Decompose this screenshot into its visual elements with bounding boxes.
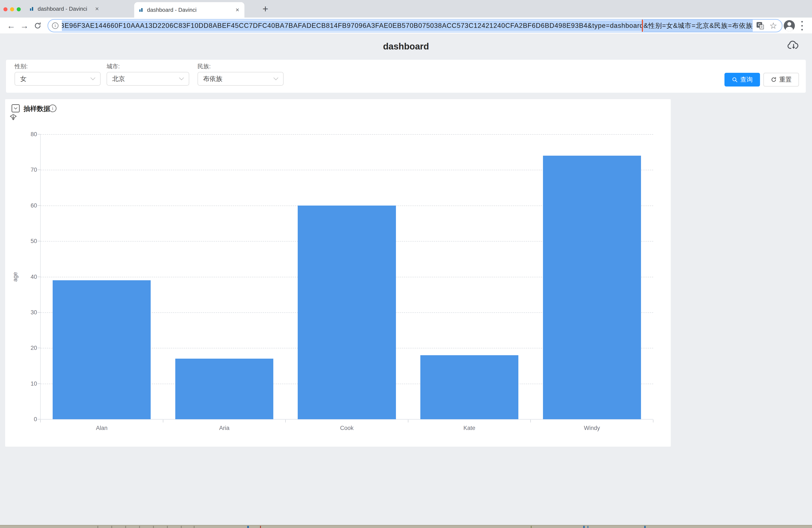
bar[interactable]: [298, 205, 396, 419]
reload-icon[interactable]: [32, 17, 44, 34]
filter-label: 城市:: [106, 62, 120, 70]
browser-tab-active[interactable]: dashboard - Davinci ×: [134, 2, 244, 17]
tab-close-icon[interactable]: ×: [94, 5, 100, 12]
y-tick-mark: [38, 348, 41, 348]
browser-tab-inactive[interactable]: dashboard - Davinci ×: [27, 0, 102, 17]
tab-title: dashboard - Davinci: [38, 5, 87, 12]
reload-icon: [771, 77, 777, 83]
widget-type-icon[interactable]: [12, 104, 20, 112]
tab-close-icon[interactable]: ×: [235, 6, 240, 13]
x-category-label: Kate: [463, 425, 475, 431]
bar[interactable]: [175, 359, 273, 419]
gridline: [41, 134, 653, 135]
x-tick-mark: [408, 420, 408, 423]
filter-label: 民族:: [198, 62, 211, 70]
y-tick-mark: [38, 205, 41, 206]
y-tick-mark: [38, 419, 41, 419]
profile-avatar[interactable]: [784, 20, 795, 31]
y-axis-title: age: [12, 272, 19, 282]
y-tick-label: 60: [31, 202, 37, 209]
back-icon[interactable]: ←: [5, 17, 17, 34]
y-tick-label: 80: [31, 131, 37, 138]
chevron-down-icon: [90, 77, 96, 80]
x-category-label: Alan: [96, 425, 107, 431]
x-category-label: Cook: [340, 425, 353, 431]
y-tick-mark: [38, 277, 41, 277]
background-window-edge: [0, 525, 812, 528]
x-category-label: Aria: [219, 425, 229, 431]
dashboard-page: dashboard 性别: 女 城市: 北京 民族: 布依族: [0, 34, 812, 525]
reset-button[interactable]: 重置: [764, 73, 799, 86]
widget-title: 抽样数据: [24, 104, 50, 113]
filter-label: 性别:: [15, 62, 28, 70]
y-tick-label: 40: [31, 273, 37, 280]
y-tick-label: 50: [31, 238, 37, 244]
y-tick-mark: [38, 384, 41, 384]
browser-menu-icon[interactable]: [801, 21, 803, 30]
davinci-favicon-icon: [29, 6, 34, 11]
x-tick-mark: [653, 420, 653, 423]
chevron-down-icon: [179, 77, 184, 80]
browser-tab-strip: dashboard - Davinci × dashboard - Davinc…: [0, 0, 812, 17]
browser-toolbar: ← → i )31C605B7C115040027BFD4101411BBE96…: [0, 17, 812, 34]
y-tick-mark: [38, 170, 41, 170]
y-tick-mark: [38, 134, 41, 134]
tab-title: dashboard - Davinci: [147, 6, 197, 13]
annotation-highlight-box: [642, 20, 753, 32]
x-tick-mark: [40, 420, 41, 423]
selected-value: 布依族: [203, 74, 222, 83]
drill-down-icon[interactable]: [10, 113, 17, 121]
chevron-down-icon: [273, 77, 278, 80]
bar[interactable]: [420, 355, 518, 419]
selected-value: 女: [20, 74, 27, 83]
query-button[interactable]: 查询: [724, 73, 760, 86]
x-tick-mark: [163, 420, 163, 423]
bar[interactable]: [53, 280, 151, 419]
page-info-icon[interactable]: i: [52, 23, 58, 29]
davinci-favicon-icon: [139, 7, 144, 12]
info-icon[interactable]: i: [49, 104, 57, 112]
y-tick-label: 30: [31, 309, 37, 316]
forward-icon[interactable]: →: [18, 17, 30, 34]
y-tick-mark: [38, 241, 41, 241]
y-tick-label: 10: [31, 380, 37, 387]
x-tick-mark: [530, 420, 531, 423]
url-main-text: )31C605B7C115040027BFD4101411BBE96F3AE14…: [62, 20, 643, 31]
window-close-button[interactable]: [3, 7, 8, 11]
page-title: dashboard: [0, 41, 812, 52]
chart-widget-card: 抽样数据 i age 01020304050607080AlanAriaCook…: [5, 99, 671, 447]
url-query-params-text: &性别=女&城市=北京&民族=布依族: [643, 20, 753, 32]
y-tick-label: 20: [31, 345, 37, 351]
url-address-bar[interactable]: i )31C605B7C115040027BFD4101411BBE96F3AE…: [47, 19, 782, 32]
x-category-label: Windy: [584, 425, 600, 431]
search-icon: [732, 77, 738, 83]
ethnicity-select[interactable]: 布依族: [198, 72, 284, 86]
selected-value: 北京: [112, 74, 125, 83]
plot-area: age 01020304050607080AlanAriaCookKateWin…: [41, 134, 653, 419]
city-select[interactable]: 北京: [106, 72, 189, 86]
bar[interactable]: [543, 156, 641, 419]
window-zoom-button[interactable]: [17, 7, 21, 11]
bookmark-star-icon[interactable]: ☆: [769, 22, 777, 30]
y-tick-label: 0: [34, 416, 37, 423]
gender-select[interactable]: 女: [15, 72, 101, 86]
y-tick-label: 70: [31, 167, 37, 173]
download-cloud-icon[interactable]: [787, 40, 800, 51]
new-tab-button[interactable]: +: [260, 3, 271, 14]
url-text: )31C605B7C115040027BFD4101411BBE96F3AE14…: [62, 20, 753, 32]
translate-icon[interactable]: G 文: [757, 22, 764, 29]
window-minimize-button[interactable]: [10, 7, 14, 11]
y-tick-mark: [38, 312, 41, 313]
x-tick-mark: [285, 420, 286, 423]
filter-bar: 性别: 女 城市: 北京 民族: 布依族 查询: [6, 60, 806, 93]
